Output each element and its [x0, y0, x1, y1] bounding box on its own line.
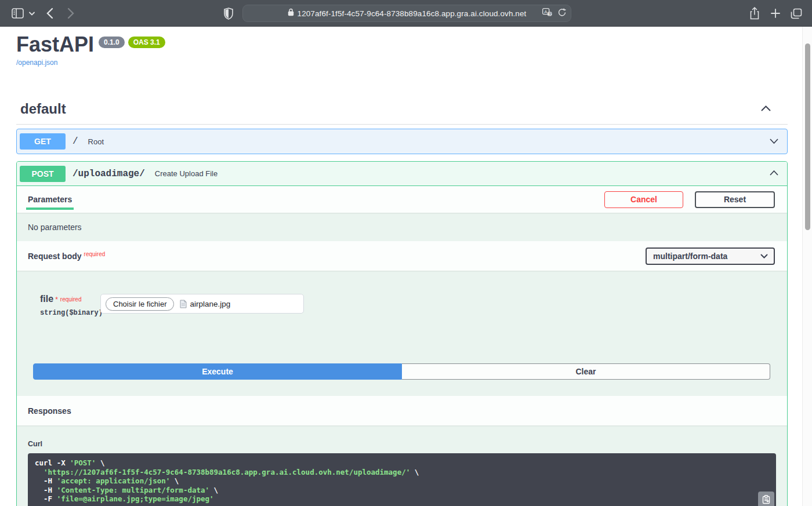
scrollbar-thumb[interactable]: [805, 43, 810, 230]
post-path: /uploadimage/: [72, 169, 145, 179]
file-document-icon: [180, 300, 187, 308]
translate-icon[interactable]: A文: [542, 8, 552, 19]
opblock-get-root: GET / Root: [16, 129, 788, 154]
reload-icon[interactable]: [558, 8, 566, 19]
request-body-section: file*required string($binary) Choisir le…: [17, 271, 787, 396]
clipboard-copy-icon: [762, 495, 771, 504]
post-summary-row[interactable]: POST /uploadimage/ Create Upload File: [17, 162, 787, 186]
sidebar-toggle-icon[interactable]: [12, 0, 24, 27]
back-icon[interactable]: [46, 0, 53, 27]
page-title: FastAPI: [16, 33, 94, 56]
execute-row: Execute Clear: [33, 363, 770, 380]
post-collapse-chevron-up-icon[interactable]: [768, 168, 780, 179]
browser-toolbar: 1207af6f-1f5f-4c57-9c64-8738b89a16c8.app…: [0, 0, 812, 27]
file-field-type: string($binary): [40, 309, 100, 317]
no-parameters-row: No parameters: [17, 213, 787, 241]
copy-to-clipboard-button[interactable]: [758, 492, 774, 506]
file-upload-input[interactable]: Choisir le fichier airplane.jpg: [100, 294, 304, 314]
request-body-label: Request body: [28, 252, 82, 261]
post-summary: Create Upload File: [155, 169, 217, 178]
post-method-button[interactable]: POST: [20, 166, 66, 182]
parameters-header: Parameters Cancel Reset: [17, 186, 787, 213]
choose-file-button[interactable]: Choisir le fichier: [106, 297, 174, 311]
selected-filename: airplane.jpg: [190, 300, 230, 308]
oas-badge: OAS 3.1: [128, 37, 165, 48]
active-tab-underline: [26, 208, 74, 210]
curl-label: Curl: [28, 440, 775, 448]
file-field-name: file: [40, 294, 53, 304]
svg-text:文: 文: [549, 12, 552, 16]
file-required-star: *: [55, 296, 58, 304]
tag-section-header[interactable]: default: [16, 101, 788, 117]
tag-collapse-chevron-up-icon[interactable]: [759, 104, 773, 115]
get-expand-chevron-down-icon[interactable]: [768, 136, 780, 147]
no-parameters-text: No parameters: [28, 223, 82, 232]
api-info: FastAPI 0.1.0 OAS 3.1 /openapi.json: [16, 27, 788, 67]
responses-header: Responses: [17, 396, 787, 425]
get-summary-row[interactable]: GET / Root: [17, 129, 787, 154]
cancel-button[interactable]: Cancel: [604, 191, 683, 208]
address-bar[interactable]: 1207af6f-1f5f-4c57-9c64-8738b89a16c8.app…: [242, 5, 571, 22]
swagger-page: FastAPI 0.1.0 OAS 3.1 /openapi.json defa…: [0, 27, 812, 506]
tag-title: default: [20, 101, 66, 117]
request-body-required: required: [84, 251, 106, 257]
execute-button[interactable]: Execute: [33, 363, 402, 380]
get-method-button[interactable]: GET: [20, 133, 66, 150]
clear-button[interactable]: Clear: [402, 363, 770, 380]
opblock-post-uploadimage: POST /uploadimage/ Create Upload File Pa…: [16, 161, 788, 506]
tab-parameters[interactable]: Parameters: [28, 195, 72, 204]
tag-divider: [16, 124, 788, 125]
file-required-text: required: [60, 296, 82, 303]
url-text: 1207af6f-1f5f-4c57-9c64-8738b89a16c8.app…: [298, 9, 527, 18]
get-path: /: [72, 136, 78, 147]
forward-icon[interactable]: [67, 0, 74, 27]
reset-button[interactable]: Reset: [695, 191, 775, 208]
new-tab-icon[interactable]: [770, 0, 781, 27]
tab-overview-icon[interactable]: [791, 0, 802, 27]
file-parameter-row: file*required string($binary) Choisir le…: [40, 294, 770, 317]
scrollbar-track[interactable]: [802, 27, 812, 506]
media-type-value: multipart/form-data: [653, 252, 727, 261]
curl-command-block[interactable]: curl -X 'POST' \ 'https://1207af6f-1f5f-…: [28, 453, 776, 506]
responses-label: Responses: [28, 406, 71, 416]
svg-text:A: A: [544, 9, 548, 14]
share-icon[interactable]: [749, 0, 760, 27]
sidebar-dropdown-chevron-icon[interactable]: [29, 0, 35, 27]
openapi-spec-link[interactable]: /openapi.json: [16, 59, 57, 67]
version-badge: 0.1.0: [99, 37, 125, 48]
media-type-select[interactable]: multipart/form-data: [646, 247, 775, 265]
lock-icon: [288, 8, 294, 19]
select-chevron-down-icon: [760, 254, 768, 259]
request-body-header: Request bodyrequired multipart/form-data: [17, 241, 787, 271]
privacy-shield-icon[interactable]: [224, 0, 233, 27]
curl-section: Curl curl -X 'POST' \ 'https://1207af6f-…: [17, 425, 787, 506]
get-summary: Root: [88, 137, 104, 146]
